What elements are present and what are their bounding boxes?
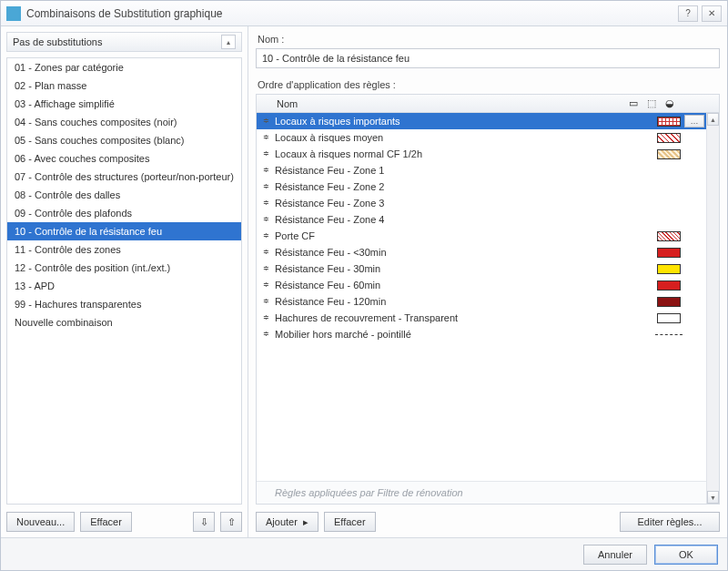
collapse-icon[interactable]: ▴: [221, 35, 236, 49]
rule-row[interactable]: ≑Résistance Feu - 30min: [257, 260, 719, 277]
line-swatch[interactable]: [655, 334, 682, 335]
combinations-panel: Pas de substitutions ▴ 01 - Zones par ca…: [1, 26, 248, 537]
fill-swatch[interactable]: [657, 149, 681, 159]
column-surface-icon[interactable]: ◒: [661, 97, 679, 109]
list-item[interactable]: 06 - Avec couches composites: [7, 149, 241, 168]
list-item[interactable]: 09 - Contrôle des plafonds: [7, 204, 241, 222]
scroll-down-icon[interactable]: ▼: [707, 491, 719, 504]
fill-swatch[interactable]: [657, 231, 681, 241]
rule-row[interactable]: ≑Résistance Feu - 60min: [257, 277, 719, 293]
delete-combination-button[interactable]: Effacer: [80, 512, 132, 532]
rule-name: Locaux à risques normal CF 1/2h: [271, 148, 655, 159]
fill-swatch[interactable]: [657, 280, 681, 291]
rule-row[interactable]: ≑Porte CF: [257, 228, 719, 244]
order-label: Ordre d'application des règles :: [258, 79, 720, 90]
list-item[interactable]: 02 - Plan masse: [7, 76, 241, 95]
name-field[interactable]: 10 - Contrôle de la résistance feu: [256, 48, 720, 68]
rule-row[interactable]: ≑Locaux à risques moyen: [257, 129, 719, 146]
swatch-cell: [655, 264, 682, 274]
rule-row[interactable]: ≑Résistance Feu - Zone 4: [257, 211, 719, 228]
rules-body[interactable]: ≑Locaux à risques importants…≑Locaux à r…: [257, 113, 719, 481]
drag-handle-icon[interactable]: ≑: [260, 250, 271, 254]
dialog-body: Pas de substitutions ▴ 01 - Zones par ca…: [1, 26, 727, 537]
rules-buttons: Ajouter ▸ Effacer Editer règles...: [256, 512, 720, 532]
drag-handle-icon[interactable]: ≑: [260, 316, 271, 320]
list-item[interactable]: 08 - Contrôle des dalles: [7, 186, 241, 204]
fill-swatch[interactable]: [657, 117, 681, 127]
import-icon: ⇩: [200, 516, 208, 528]
drag-handle-icon[interactable]: ≑: [260, 168, 271, 172]
swatch-cell: [655, 231, 682, 241]
combinations-header: Pas de substitutions ▴: [6, 32, 242, 52]
drag-handle-icon[interactable]: ≑: [260, 136, 271, 139]
export-icon: ⇧: [228, 516, 236, 528]
list-item[interactable]: 12 - Contrôle des position (int./ext.): [7, 259, 241, 277]
fill-swatch[interactable]: [657, 133, 681, 143]
help-button[interactable]: ?: [678, 5, 698, 22]
drag-handle-icon[interactable]: ≑: [260, 152, 271, 156]
combinations-list[interactable]: 01 - Zones par catégorie02 - Plan masse0…: [6, 57, 242, 505]
column-name-header[interactable]: Nom: [273, 98, 624, 109]
drag-handle-icon[interactable]: ≑: [260, 283, 271, 287]
rule-name: Porte CF: [271, 230, 655, 241]
rule-row[interactable]: ≑Résistance Feu - Zone 2: [257, 178, 719, 195]
fill-swatch[interactable]: [657, 264, 681, 274]
list-item[interactable]: 99 - Hachures transparentes: [7, 295, 241, 313]
rule-row[interactable]: ≑Locaux à risques normal CF 1/2h: [257, 146, 719, 162]
list-item[interactable]: 10 - Contrôle de la résistance feu: [7, 222, 241, 240]
drag-handle-icon[interactable]: ≑: [260, 234, 271, 238]
close-button[interactable]: ✕: [702, 5, 722, 22]
import-button[interactable]: ⇩: [193, 512, 215, 532]
scroll-up-icon[interactable]: ▲: [707, 113, 719, 126]
rule-options-button[interactable]: …: [684, 115, 704, 127]
dialog-footer: Annuler OK: [1, 537, 727, 570]
list-item[interactable]: 03 - Affichage simplifié: [7, 95, 241, 113]
swatch-cell: [655, 280, 682, 291]
rule-name: Hachures de recouvrement - Transparent: [271, 312, 655, 323]
rule-row[interactable]: ≑Résistance Feu - Zone 1: [257, 162, 719, 178]
column-fill-icon[interactable]: ⬚: [642, 97, 661, 109]
app-icon: [6, 6, 21, 21]
rules-scrollbar[interactable]: ▲ ▼: [706, 113, 719, 504]
window-title: Combinaisons de Substitution graphique: [26, 7, 674, 20]
rules-table: Nom ▭ ⬚ ◒ ≑Locaux à risques importants…≑…: [256, 94, 720, 505]
list-item[interactable]: 04 - Sans couches composites (noir): [7, 113, 241, 131]
rule-row[interactable]: ≑Hachures de recouvrement - Transparent: [257, 310, 719, 326]
rule-row[interactable]: ≑Résistance Feu - <30min: [257, 244, 719, 260]
rule-name: Mobilier hors marché - pointillé: [271, 329, 655, 340]
new-combination-button[interactable]: Nouveau...: [6, 512, 75, 532]
list-item[interactable]: 07 - Contrôle des structures (porteur/no…: [7, 168, 241, 186]
rule-row[interactable]: ≑Résistance Feu - Zone 3: [257, 195, 719, 211]
drag-handle-icon[interactable]: ≑: [260, 332, 271, 336]
drag-handle-icon[interactable]: ≑: [260, 267, 271, 270]
rule-name: Résistance Feu - Zone 1: [271, 165, 655, 176]
swatch-cell: [655, 248, 682, 258]
list-item[interactable]: 01 - Zones par catégorie: [7, 58, 241, 76]
fill-swatch[interactable]: [657, 248, 681, 258]
export-button[interactable]: ⇧: [220, 512, 242, 532]
drag-handle-icon[interactable]: ≑: [260, 185, 271, 189]
list-item[interactable]: 13 - APD: [7, 277, 241, 295]
drag-handle-icon[interactable]: ≑: [260, 201, 271, 205]
clear-rule-button[interactable]: Effacer: [324, 512, 376, 532]
list-item[interactable]: 11 - Contrôle des zones: [7, 240, 241, 259]
drag-handle-icon[interactable]: ≑: [260, 300, 271, 303]
drag-handle-icon[interactable]: ≑: [260, 218, 271, 221]
fill-swatch[interactable]: [657, 297, 681, 307]
rule-row[interactable]: ≑Mobilier hors marché - pointillé: [257, 326, 719, 342]
options-cell: …: [682, 115, 706, 127]
add-rule-button[interactable]: Ajouter ▸: [256, 512, 318, 532]
list-item[interactable]: 05 - Sans couches composites (blanc): [7, 131, 241, 149]
edit-rules-button[interactable]: Editer règles...: [620, 512, 720, 532]
column-linetype-icon[interactable]: ▭: [624, 97, 642, 109]
ok-button[interactable]: OK: [654, 545, 718, 565]
name-value: 10 - Contrôle de la résistance feu: [262, 53, 410, 64]
swatch-cell: [655, 313, 682, 323]
drag-handle-icon[interactable]: ≑: [260, 119, 271, 123]
cancel-button[interactable]: Annuler: [583, 545, 647, 565]
fill-swatch[interactable]: [657, 313, 681, 323]
list-item[interactable]: Nouvelle combinaison: [7, 313, 241, 331]
rule-row[interactable]: ≑Résistance Feu - 120min: [257, 293, 719, 310]
rule-row[interactable]: ≑Locaux à risques importants…: [257, 113, 719, 129]
rule-name: Résistance Feu - 120min: [271, 296, 655, 307]
